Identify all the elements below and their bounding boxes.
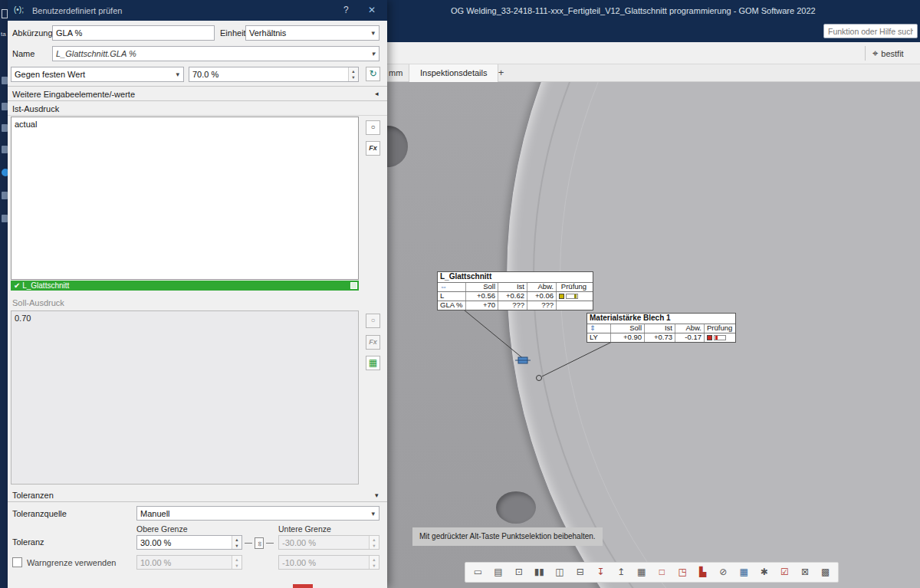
table-row: L +0.56 +0.62 +0.06 bbox=[438, 291, 593, 301]
col-header-ist: Ist bbox=[644, 324, 675, 333]
warn-upper-spinner[interactable]: 10.00 % bbox=[136, 555, 242, 570]
bottom-toolbar: ▭▤⊡▮▮◫⊟↧↥▦□◳▙⊘▦✱☑⊠▩ bbox=[465, 562, 839, 583]
lower-tolerance-spinner[interactable]: -30.00 % bbox=[278, 535, 380, 550]
col-header-abw: Abw. bbox=[527, 283, 556, 291]
add-tab-button[interactable]: + bbox=[495, 67, 508, 80]
col-header-ist: Ist bbox=[498, 283, 527, 291]
upper-limit-header: Obere Grenze bbox=[136, 524, 188, 534]
dialog-footer-button-partial[interactable] bbox=[293, 584, 313, 588]
deviation-chart-icon[interactable]: ▙ bbox=[693, 564, 712, 580]
collapse-down-icon[interactable]: ▾ bbox=[375, 491, 379, 499]
diameter-icon[interactable]: ⊘ bbox=[714, 564, 733, 580]
text-annotation-icon[interactable]: ⊟ bbox=[570, 564, 590, 580]
name-label: Name bbox=[12, 49, 34, 58]
spin-buttons[interactable] bbox=[232, 536, 242, 549]
warn-upper-value: 10.00 % bbox=[140, 558, 171, 567]
element-pick-icon[interactable]: ○ bbox=[366, 120, 380, 135]
table-label-icon[interactable]: ▦ bbox=[632, 564, 651, 580]
search-input[interactable] bbox=[823, 24, 918, 38]
point-select-icon[interactable]: ⊡ bbox=[509, 564, 528, 580]
collapse-left-icon[interactable]: ◂ bbox=[375, 90, 379, 97]
corner-frame-icon[interactable]: ◳ bbox=[673, 564, 692, 580]
fx-formula-button[interactable]: Fx bbox=[366, 141, 380, 156]
dialog-titlebar[interactable]: (•); Benutzerdefiniert prüfen ? ✕ bbox=[8, 0, 387, 21]
frame-icon[interactable]: □ bbox=[652, 564, 672, 580]
length-dimension-icon: ⇔ bbox=[440, 283, 447, 291]
histogram-icon[interactable]: ▮▮ bbox=[530, 564, 549, 580]
sidebar-icon-partial[interactable] bbox=[2, 192, 8, 199]
spin-buttons[interactable] bbox=[369, 556, 379, 569]
bestfit-icon bbox=[872, 48, 878, 60]
row-ist: ??? bbox=[498, 301, 527, 310]
col-header-soll: Soll bbox=[610, 324, 644, 333]
target-value-spinner[interactable]: 70.0 % bbox=[189, 67, 359, 82]
upper-tolerance-value: 30.00 % bbox=[140, 538, 171, 547]
check-indicator-empty bbox=[556, 301, 591, 310]
warn-lower-value: -10.00 % bbox=[282, 558, 316, 567]
actual-expression-editor[interactable]: actual bbox=[11, 117, 359, 280]
check-report-icon[interactable]: ☑ bbox=[775, 564, 794, 580]
detailed-label-icon[interactable]: ▤ bbox=[489, 564, 508, 580]
spin-buttons[interactable] bbox=[348, 67, 358, 81]
annotation-l-glattschnitt[interactable]: L_Glattschnitt ⇔ Soll Ist Abw. Prüfung L… bbox=[437, 271, 593, 310]
thickness-dimension-icon: ⇕ bbox=[590, 324, 596, 332]
measuring-principle-icon[interactable]: ↻ bbox=[366, 67, 380, 81]
custom-inspection-icon: (•); bbox=[14, 5, 24, 14]
check-indicator-fail bbox=[704, 333, 734, 342]
tolerances-header[interactable]: Toleranzen bbox=[12, 491, 54, 500]
tolerance-source-select[interactable]: Manuell bbox=[136, 506, 380, 521]
fx-formula-button-disabled[interactable]: Fx bbox=[366, 335, 380, 350]
annotation-box-icon[interactable]: ◫ bbox=[550, 564, 570, 580]
row-abw: ??? bbox=[527, 301, 556, 310]
sidebar-icon-partial[interactable] bbox=[2, 103, 8, 110]
col-header-pruefung: Prüfung bbox=[556, 283, 591, 291]
close-icon[interactable]: ✕ bbox=[368, 5, 376, 15]
grid-view-icon[interactable]: ▦ bbox=[734, 564, 754, 580]
sidebar-icon-partial[interactable] bbox=[2, 9, 8, 18]
toolbar-separator bbox=[865, 46, 866, 61]
sidebar-icon-partial[interactable] bbox=[2, 146, 8, 153]
compare-mode-select[interactable]: Gegen festen Wert bbox=[11, 67, 184, 82]
more-inputs-header[interactable]: Weitere Eingabeelemente/-werte bbox=[12, 90, 135, 99]
selected-element-row[interactable]: ✔ L_Glattschnitt bbox=[11, 281, 359, 291]
fail-status-icon bbox=[707, 335, 712, 340]
spin-buttons[interactable] bbox=[232, 556, 242, 569]
element-table-icon[interactable]: ▦ bbox=[366, 356, 380, 370]
sidebar-icon-partial[interactable] bbox=[2, 215, 8, 222]
name-combobox[interactable]: L_Glattschnitt.GLA % bbox=[52, 46, 380, 61]
sidebar-icon-partial[interactable] bbox=[2, 77, 8, 84]
tab-inspektionsdetails[interactable]: Inspektionsdetails bbox=[409, 64, 498, 82]
upper-tolerance-spinner[interactable]: 30.00 % bbox=[136, 535, 242, 550]
nominal-expression-editor[interactable]: 0.70 bbox=[11, 310, 359, 485]
row-name: L bbox=[438, 292, 465, 301]
row-soll: +70 bbox=[465, 301, 498, 310]
annotation-title: Materialstärke Blech 1 bbox=[587, 314, 735, 324]
annotation-title: L_Glattschnitt bbox=[438, 272, 593, 282]
link-tolerances-toggle[interactable] bbox=[245, 537, 277, 549]
tolerance-source-label: Toleranzquelle bbox=[12, 509, 67, 518]
element-pick-icon-disabled[interactable]: ○ bbox=[366, 314, 380, 328]
warn-status-icon bbox=[559, 294, 564, 299]
bestfit-button[interactable]: bestfit bbox=[872, 47, 904, 61]
sidebar-icon-partial[interactable] bbox=[2, 124, 8, 132]
tolerance-label: Toleranz bbox=[12, 537, 44, 547]
help-button[interactable]: ? bbox=[343, 5, 349, 15]
status-hint: Mit gedrückter Alt-Taste Punktselektion … bbox=[412, 527, 603, 546]
export-icon[interactable]: ⊠ bbox=[796, 564, 815, 580]
compact-label-icon[interactable]: ▭ bbox=[468, 564, 488, 580]
tab-partial-mm[interactable]: mm bbox=[389, 68, 402, 77]
pin-up-icon[interactable]: ↥ bbox=[612, 564, 631, 580]
abbrev-input[interactable]: GLA % bbox=[52, 25, 215, 41]
colormap-icon[interactable]: ▩ bbox=[816, 564, 835, 580]
spin-buttons[interactable] bbox=[369, 536, 379, 549]
sidebar-icon-active-partial[interactable] bbox=[2, 169, 8, 176]
star-icon[interactable]: ✱ bbox=[754, 564, 774, 580]
selected-element-name: L_Glattschnitt bbox=[22, 281, 69, 290]
row-soll: +0.56 bbox=[465, 292, 498, 301]
unit-label: Einheit bbox=[220, 28, 246, 38]
pin-down-icon[interactable]: ↧ bbox=[591, 564, 610, 580]
annotation-materialstaerke[interactable]: Materialstärke Blech 1 ⇕ Soll Ist Abw. P… bbox=[586, 313, 736, 343]
unit-select[interactable]: Verhältnis bbox=[245, 25, 380, 41]
warn-lower-spinner[interactable]: -10.00 % bbox=[278, 555, 380, 570]
warn-limit-checkbox[interactable] bbox=[12, 557, 22, 567]
